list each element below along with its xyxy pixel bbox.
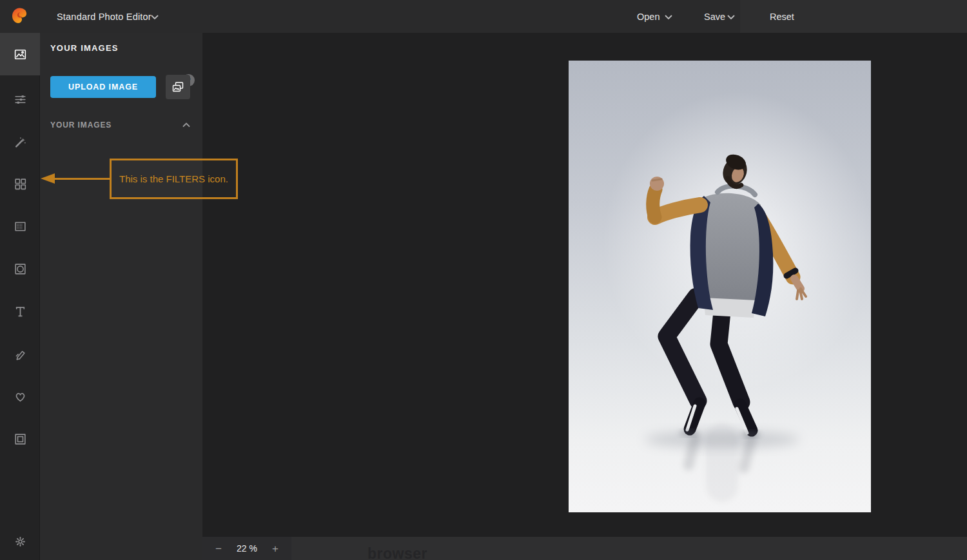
rail-item-draw[interactable] [0, 333, 40, 375]
annotation-arrowhead [41, 173, 55, 184]
photo-editor-app: Standard Photo Editor Open Save Reset [0, 0, 967, 560]
rail-item-settings[interactable] [0, 520, 40, 560]
rail-item-photos[interactable] [0, 33, 40, 75]
upload-image-label: UPLOAD IMAGE [68, 82, 138, 92]
app-logo[interactable] [0, 0, 40, 33]
panel-title: YOUR IMAGES [50, 43, 119, 53]
effects-wand-icon [14, 135, 27, 149]
draw-icon [14, 347, 27, 361]
rail-item-frames[interactable] [0, 418, 40, 460]
canvas-photo[interactable] [569, 61, 871, 512]
editor-mode-label: Standard Photo Editor [57, 12, 151, 22]
zoom-level-value: 22 % [237, 543, 257, 554]
frames-icon [14, 432, 27, 446]
open-button[interactable]: Open [637, 0, 659, 33]
rail-item-effects[interactable] [0, 121, 40, 163]
chevron-down-icon [151, 15, 159, 20]
sample-images-icon [171, 80, 185, 94]
text-icon [14, 305, 27, 318]
annotation-text: This is the FILTERS icon. [119, 173, 228, 184]
favorites-heart-icon [14, 390, 27, 403]
upload-image-button[interactable]: UPLOAD IMAGE [50, 76, 156, 98]
rail-item-filters[interactable] [0, 162, 40, 205]
overlays-icon [14, 262, 27, 276]
your-images-panel: YOUR IMAGES ? UPLOAD IMAGE YOUR IMAGES [40, 33, 202, 560]
top-bar: Standard Photo Editor Open Save Reset [0, 0, 967, 33]
dancing-man-illustration [569, 61, 871, 512]
save-label: Save [704, 12, 725, 22]
sample-images-button[interactable] [166, 75, 190, 99]
open-chevron-down-icon[interactable] [665, 15, 672, 20]
open-label: Open [637, 12, 659, 22]
textures-icon [14, 220, 27, 233]
your-images-section-header[interactable]: YOUR IMAGES [40, 115, 202, 135]
rail-item-text[interactable] [0, 290, 40, 333]
save-button[interactable]: Save [704, 0, 725, 33]
zoom-in-button[interactable]: + [268, 543, 282, 555]
adjust-sliders-icon [14, 93, 27, 106]
settings-gear-icon [14, 536, 26, 548]
bottom-bar: − 22 % + browser [202, 537, 967, 560]
photos-icon [14, 48, 27, 61]
colorcinch-logo-icon [11, 7, 29, 26]
reset-button[interactable]: Reset [770, 0, 794, 33]
save-chevron-down-icon[interactable] [727, 15, 735, 20]
clipped-watermark-text: browser [367, 545, 427, 560]
zoom-out-button[interactable]: − [211, 543, 226, 555]
reset-label: Reset [770, 12, 794, 22]
rail-item-textures[interactable] [0, 205, 40, 247]
annotation-box: This is the FILTERS icon. [110, 159, 238, 199]
tool-rail [0, 33, 40, 560]
annotation-arrow-line [54, 178, 111, 180]
chevron-up-icon [182, 122, 190, 128]
zoom-control: − 22 % + [202, 537, 291, 560]
filters-icon [14, 177, 27, 191]
rail-item-adjust[interactable] [0, 78, 40, 121]
section-label: YOUR IMAGES [50, 121, 112, 130]
rail-item-favorites[interactable] [0, 375, 40, 418]
editor-mode-selector[interactable]: Standard Photo Editor [57, 0, 151, 33]
rail-item-overlays[interactable] [0, 247, 40, 290]
